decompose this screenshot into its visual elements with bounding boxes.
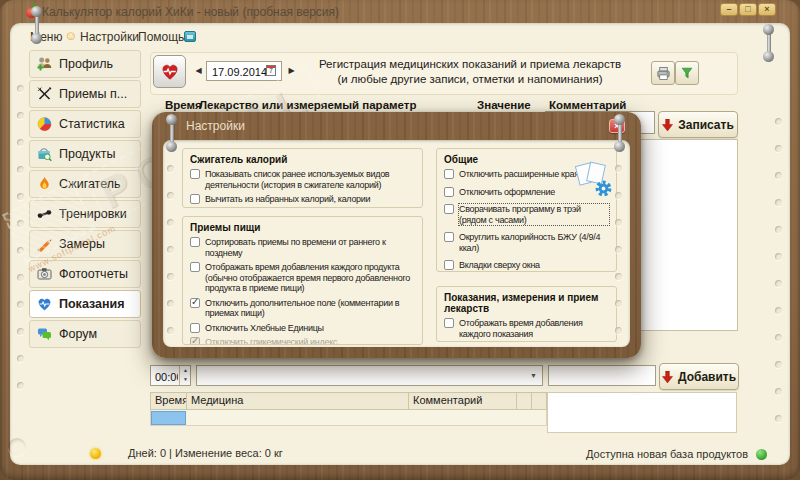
chk-show-activity-history[interactable]: Показывать список ранее используемых вид… [190,169,415,190]
readings-heart-button[interactable] [153,55,186,88]
checkbox[interactable] [444,169,454,179]
print-button[interactable] [651,61,675,85]
group-title: Приемы пищи [190,222,415,233]
deco-dot [167,165,174,172]
deco-dot [615,300,622,307]
calendar-menu-icon[interactable] [184,31,196,42]
prev-day-button[interactable]: ◀ [192,62,205,80]
sidebar-item-meals[interactable]: Приемы п... [29,80,141,108]
deco-dot [17,274,24,281]
bottom-col-comment[interactable]: Комментарий [408,392,517,410]
chk-show-reading-add-time[interactable]: Отображать время добавления каждого пока… [444,318,609,339]
bottom-col-time[interactable]: Время [150,392,187,410]
filter-button[interactable] [675,61,699,85]
group-calorie-burner: Сжигатель калорий Показывать список ране… [182,148,423,208]
sidebar-item-statistics[interactable]: Статистика [29,110,141,138]
gear-papers-icon [575,162,611,196]
spin-up-icon[interactable]: ▲ [180,366,191,375]
close-button[interactable]: × [758,3,776,16]
menu-item-help[interactable]: Помощь [138,30,184,44]
minimize-button[interactable]: – [720,3,738,16]
group-general: Общие Отключить расширенные края Отключи… [436,148,617,272]
dialog-close-button[interactable]: × [609,119,625,133]
sidebar-item-label: Замеры [59,237,105,251]
sidebar-item-profile[interactable]: Профиль [29,50,141,78]
app-window: Калькулятор калорий ХиКи - новый (пробна… [0,0,800,480]
sidebar-item-readings[interactable]: Показания [29,290,141,318]
printer-icon [656,66,671,81]
basket-icon [36,146,53,162]
sidebar-item-label: Статистика [59,117,125,131]
flame-icon [36,176,53,192]
chk-sort-meals-by-time[interactable]: Сортировать приемы по времени от раннего… [190,237,415,258]
medicine-combobox[interactable]: ▼ [196,365,543,386]
table-row[interactable] [150,410,547,426]
menu-item-menu[interactable]: Меню [30,30,62,44]
checkbox-label: Округлить калорийность БЖУ (4/9/4 ккал) [459,232,609,253]
smiley-icon: ☺ [64,28,77,43]
checkbox-label: Отключить оформление [459,187,555,198]
chk-disable-extra-field[interactable]: Отключить дополнительное поле (комментар… [190,298,415,319]
chk-disable-bread-units[interactable]: Отключить Хлебные Единицы [190,323,415,334]
maximize-button[interactable]: □ [739,3,757,16]
sidebar-item-label: Форум [59,327,97,341]
sidebar-item-burner[interactable]: Сжигатель [29,170,141,198]
bottom-col-extra1[interactable] [516,392,532,410]
sidebar-item-photo-reports[interactable]: Фотоотчеты [29,260,141,288]
red-down-arrow-icon [662,119,673,131]
selected-cell[interactable] [151,411,186,425]
deco-dot [167,246,174,253]
chk-round-bju-calories[interactable]: Округлить калорийность БЖУ (4/9/4 ккал) [444,232,609,253]
window-title: Калькулятор калорий ХиКи - новый (пробна… [42,5,339,19]
checkbox[interactable] [444,232,454,242]
deco-dot [615,273,622,280]
group-meals: Приемы пищи Сортировать приемы по времен… [182,216,423,345]
dialog-title: Настройки [186,119,245,133]
checkbox[interactable] [190,169,200,179]
checkbox[interactable] [190,237,200,247]
menu-item-settings[interactable]: Настройки [80,30,139,44]
col-header-value: Значение [477,99,531,111]
checkbox[interactable] [190,298,200,308]
col-header-parameter: Лекарство или измеряемый параметр [199,99,416,111]
checkbox-label: Сворачивать программу в трэй (рядом с ча… [459,204,609,225]
checkbox[interactable] [444,318,454,328]
checkbox[interactable] [190,194,200,204]
time-spinner-buttons[interactable]: ▲ ▼ [179,366,191,385]
sidebar-item-label: Приемы п... [59,87,127,101]
add-button[interactable]: Добавить [659,363,739,390]
save-button[interactable]: Записать [658,111,738,138]
sidebar-item-products[interactable]: Продукты [29,140,141,168]
deco-dot [775,307,782,314]
spin-down-icon[interactable]: ▼ [180,375,191,384]
checkbox[interactable] [190,337,200,345]
deco-dot [17,166,24,173]
next-day-button[interactable]: ▶ [285,62,298,80]
chevron-down-icon[interactable]: ▼ [530,372,537,379]
bottom-col-extra2[interactable] [531,392,547,410]
sidebar-item-workouts[interactable]: Тренировки [29,200,141,228]
checkbox-label: Отключить гликемический индекс [205,337,337,345]
deco-dot [615,219,622,226]
entry-comment-input[interactable] [548,365,656,386]
checkbox[interactable] [190,323,200,333]
chk-tabs-on-top[interactable]: Вкладки сверху окна [444,260,609,271]
update-available-icon[interactable] [756,449,767,460]
checkbox[interactable] [444,187,454,197]
status-days-weight: Дней: 0 | Изменение веса: 0 кг [128,447,283,459]
checkbox-label: Показывать список ранее используемых вид… [205,169,415,190]
date-calendar-icon[interactable] [266,65,276,76]
sidebar-item-measurements[interactable]: Замеры [29,230,141,258]
chk-disable-glycemic-index[interactable]: Отключить гликемический индекс [190,337,415,345]
checkbox[interactable] [444,204,454,214]
chk-subtract-burned-calories[interactable]: Вычитать из набранных калорий, калории п… [190,194,415,208]
chk-show-product-add-time[interactable]: Отображать время добавления каждого прод… [190,262,415,294]
bottom-col-medicine[interactable]: Медицина [186,392,409,410]
deco-dot [775,253,782,260]
deco-dot [167,192,174,199]
checkbox[interactable] [190,262,200,272]
sidebar-item-forum[interactable]: Форум [29,320,141,348]
checkbox[interactable] [444,260,454,270]
chk-minimize-to-tray[interactable]: Сворачивать программу в трэй (рядом с ча… [444,204,609,225]
filter-funnel-icon [680,66,694,80]
